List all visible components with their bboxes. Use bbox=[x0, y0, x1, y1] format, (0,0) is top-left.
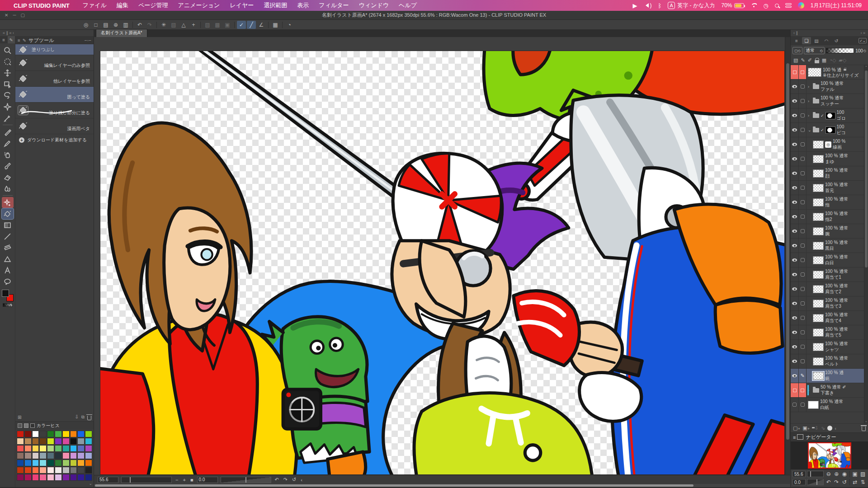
layer-thumbnail[interactable] bbox=[813, 227, 824, 235]
lock-icon[interactable] bbox=[815, 60, 819, 63]
color-swatch[interactable] bbox=[32, 452, 39, 459]
layer-thumbnail[interactable] bbox=[813, 372, 824, 380]
navigator-preview[interactable] bbox=[791, 441, 868, 469]
layer-red-indicator[interactable] bbox=[791, 383, 799, 397]
fit-screen-icon[interactable]: ▣ bbox=[852, 471, 859, 477]
layer-row[interactable]: ›✓100ゴロ bbox=[791, 108, 868, 123]
layer-search-dropdown[interactable]: ✓⌄ bbox=[859, 38, 867, 43]
layer-style-select[interactable]: ▢◇ bbox=[793, 47, 802, 54]
layer-checkbox[interactable] bbox=[799, 137, 807, 151]
color-swatch[interactable] bbox=[85, 452, 92, 459]
brush-tool[interactable] bbox=[2, 160, 14, 171]
layer-thumbnail[interactable] bbox=[813, 155, 824, 163]
menu-フィルター[interactable]: フィルター bbox=[314, 1, 354, 9]
fit-window-icon[interactable]: ▨ bbox=[860, 471, 867, 477]
layer-row[interactable]: 100 % 通常肩当て5 bbox=[791, 325, 868, 340]
color-swatch[interactable] bbox=[47, 460, 54, 466]
tab-animation-cels[interactable]: ▤ bbox=[812, 37, 821, 44]
nav-zoom-slider[interactable] bbox=[807, 471, 824, 477]
new-layer-icon[interactable]: ▢₊ bbox=[793, 425, 800, 431]
tab-story[interactable]: ◠ bbox=[822, 37, 831, 44]
rotation-slider[interactable] bbox=[221, 477, 271, 483]
input-method[interactable]: A 英字 - かな入力 bbox=[668, 2, 715, 9]
layer-checkbox[interactable] bbox=[799, 282, 807, 296]
download-materials-link[interactable]: + ダウンロード素材を追加する bbox=[15, 134, 94, 146]
object-tool[interactable] bbox=[2, 79, 14, 89]
color-swatch[interactable] bbox=[32, 431, 39, 437]
play-icon[interactable]: ▶ bbox=[632, 2, 637, 9]
layer-thumbnail[interactable] bbox=[813, 343, 824, 351]
zoom-in-icon[interactable]: ⊕ bbox=[833, 471, 840, 477]
flip-horizontal-icon[interactable]: ⇄ bbox=[852, 479, 859, 485]
layer-thumbnail[interactable] bbox=[813, 285, 824, 293]
rotate-right-icon[interactable]: ↷ bbox=[833, 479, 840, 485]
color-swatch[interactable] bbox=[85, 431, 92, 437]
color-swatch[interactable] bbox=[62, 445, 70, 452]
layer-row[interactable]: 100 % 通常腕 bbox=[791, 224, 868, 239]
tab-layers[interactable]: ❏ bbox=[802, 37, 811, 44]
palette-expand-icon[interactable]: ⌄ bbox=[89, 481, 92, 487]
subtool-item[interactable]: 編集レイヤーのみ参照 bbox=[15, 55, 94, 71]
layer-thumbnail[interactable] bbox=[813, 357, 824, 366]
merge-down-icon[interactable]: ⇘ bbox=[821, 425, 825, 431]
panel-menu-icon[interactable]: ≡ bbox=[792, 37, 801, 44]
layer-checkbox[interactable] bbox=[799, 311, 807, 325]
text-tool[interactable] bbox=[2, 265, 14, 276]
panel-menu-icon[interactable]: ≡ bbox=[793, 435, 796, 440]
layer-list-scrollbar[interactable]: ⌃⌄ bbox=[864, 65, 868, 423]
layer-row[interactable]: 100 % 通 ※仕上がりサイズ bbox=[791, 65, 868, 80]
color-swatch[interactable] bbox=[47, 438, 54, 445]
layer-thumbnail[interactable] bbox=[813, 169, 824, 178]
bluetooth-icon[interactable]: ᛒ bbox=[658, 2, 661, 9]
layer-mask-thumbnail[interactable] bbox=[826, 112, 835, 119]
color-mix-icon[interactable] bbox=[24, 423, 28, 428]
clip-to-layer-icon[interactable]: ▧ bbox=[793, 57, 798, 63]
layer-checkbox[interactable] bbox=[799, 354, 807, 368]
auto-select-tool[interactable] bbox=[2, 101, 14, 112]
color-swatch[interactable] bbox=[70, 438, 77, 445]
menu-編集[interactable]: 編集 bbox=[112, 1, 133, 9]
layer-row[interactable]: ✎100 % 通銃 bbox=[791, 369, 868, 383]
layer-row[interactable]: 100 % 通常まゆ bbox=[791, 152, 868, 166]
layer-visibility-toggle[interactable] bbox=[791, 340, 799, 354]
color-swatch[interactable] bbox=[85, 460, 92, 466]
layer-visibility-toggle[interactable] bbox=[791, 369, 799, 383]
color-swatch[interactable] bbox=[47, 431, 54, 437]
layer-visibility-toggle[interactable] bbox=[791, 253, 799, 267]
create-mask-icon[interactable] bbox=[827, 426, 832, 431]
select-3-icon[interactable]: ▣ bbox=[223, 21, 232, 29]
color-swatch[interactable] bbox=[47, 445, 54, 452]
snap-cross-icon[interactable]: + bbox=[189, 21, 198, 29]
snap-special-ruler-icon[interactable]: ╱ bbox=[247, 21, 256, 29]
color-swatch[interactable] bbox=[39, 467, 47, 474]
layer-visibility-toggle[interactable] bbox=[791, 123, 799, 137]
left-dock-collapse[interactable]: « ∥ « ‹ bbox=[0, 30, 94, 36]
layer-row[interactable]: 100 % 通常指2 bbox=[791, 210, 868, 224]
wifi-icon[interactable] bbox=[750, 3, 757, 8]
collapse-icon[interactable]: ‹ bbox=[300, 477, 303, 483]
volume-icon[interactable]: ) bbox=[643, 2, 651, 9]
layer-row[interactable]: ◎100 %線画 bbox=[791, 137, 868, 152]
eyedropper-tool[interactable] bbox=[2, 113, 14, 123]
layer-checkbox[interactable] bbox=[799, 267, 807, 282]
layer-checkbox[interactable] bbox=[799, 195, 807, 209]
layer-checkbox[interactable] bbox=[799, 94, 807, 108]
layer-checkbox[interactable] bbox=[799, 340, 807, 354]
menu-ヘルプ[interactable]: ヘルプ bbox=[394, 1, 422, 9]
select-2-icon[interactable]: ▩ bbox=[213, 21, 222, 29]
color-swatch[interactable] bbox=[32, 474, 39, 481]
nav-zoom-field[interactable]: 55.6 bbox=[793, 471, 806, 477]
layer-thumbnail[interactable] bbox=[813, 271, 824, 279]
folder-expand-icon[interactable]: › bbox=[808, 84, 811, 89]
opacity-value[interactable]: 100◇ bbox=[855, 48, 866, 53]
layer-visibility-toggle[interactable] bbox=[791, 224, 799, 238]
layer-row[interactable]: 100 % 通常黒目 bbox=[791, 239, 868, 253]
color-swatch[interactable] bbox=[55, 474, 62, 481]
color-swatch[interactable] bbox=[70, 452, 77, 459]
color-swatch[interactable] bbox=[17, 474, 24, 481]
layer-draw-target[interactable]: ✎ bbox=[799, 369, 807, 383]
gradient-tool[interactable] bbox=[2, 220, 14, 230]
lock-alpha-icon[interactable]: ▦ bbox=[822, 57, 826, 63]
document-tab[interactable]: 名刺イラスト原画A* bbox=[96, 29, 147, 37]
layer-row[interactable]: ⌄✓100ピコ bbox=[791, 123, 868, 137]
